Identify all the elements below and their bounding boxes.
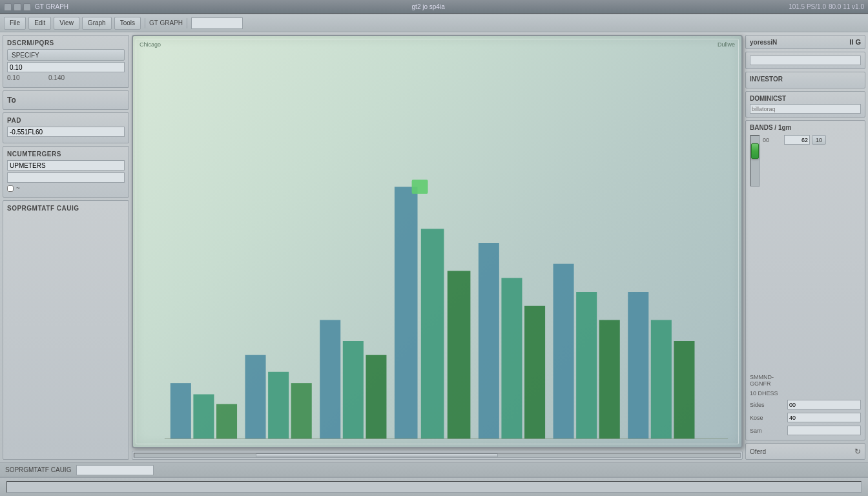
specify-button[interactable]: SPECIFY <box>7 49 125 61</box>
right-panel: yoressiN II G INVESTOR DOMINICST BANDS /… <box>743 35 865 460</box>
svg-rect-10 <box>421 229 444 439</box>
right-fields-title: BANDS / 1gm <box>750 124 861 131</box>
to-label: To <box>7 93 125 107</box>
ncum-input2[interactable] <box>7 172 125 183</box>
svg-rect-7 <box>343 341 364 439</box>
sam-input[interactable] <box>787 426 861 435</box>
right-top-input[interactable] <box>750 56 861 65</box>
scrollbar-track <box>134 453 741 458</box>
title-bar: GT GRAPH gt2 jo sp4ia 101.5 PS/1.0 80.0 … <box>0 0 868 14</box>
title-info-1: 101.5 PS/1.0 <box>789 3 826 10</box>
left-panel: DSCRM/PQRS SPECIFY 0.10 0.140 To PAD NCU… <box>3 35 132 460</box>
center-area: Chicago Dullwe <box>132 35 743 460</box>
dhess-label: 10 DHESS <box>750 390 785 397</box>
scrollbar-thumb[interactable] <box>256 453 498 457</box>
svg-rect-1 <box>193 395 214 439</box>
svg-rect-11 <box>448 271 471 439</box>
toolbar-app-title: GT GRAPH <box>149 19 183 26</box>
svg-rect-13 <box>501 278 522 439</box>
bottom-bar-inner <box>6 481 862 493</box>
toolbar-btn-file[interactable]: File <box>4 17 26 30</box>
chart-container: Chicago Dullwe <box>132 35 743 448</box>
field-label-1: 00 <box>763 137 782 143</box>
kose-label: Kose <box>750 415 785 421</box>
dscrm-input[interactable] <box>7 62 125 72</box>
left-section-dscrm-title: DSCRM/PQRS <box>7 39 125 46</box>
status-input[interactable] <box>76 465 154 475</box>
left-section-sop-title: SOPRGMTATF CAUIG <box>7 205 125 212</box>
toolbar-btn-view[interactable]: View <box>54 17 79 30</box>
title-btn-1[interactable] <box>4 3 12 11</box>
left-section-sop: SOPRGMTATF CAUIG <box>3 200 129 460</box>
field-btn-1[interactable]: 10 <box>812 135 826 145</box>
chart-scrollbar[interactable] <box>132 451 743 460</box>
left-to-section: To <box>3 90 129 110</box>
kose-row: Kose <box>750 413 861 422</box>
svg-rect-2 <box>216 404 237 439</box>
right-panel-header: yoressiN II G <box>745 35 865 49</box>
dominicst-input[interactable] <box>750 104 861 114</box>
ncum-checkbox-row: ~ <box>7 185 125 192</box>
svg-rect-0 <box>170 383 191 439</box>
kose-input[interactable] <box>787 413 861 422</box>
status-bar: SOPRGMTATF CAUIG <box>0 462 868 477</box>
right-investor-section: INVESTOR <box>745 72 865 88</box>
svg-rect-3 <box>245 355 266 439</box>
ncum-checkbox[interactable] <box>7 185 14 192</box>
svg-rect-6 <box>320 320 340 439</box>
app-container: GT GRAPH gt2 jo sp4ia 101.5 PS/1.0 80.0 … <box>0 0 868 496</box>
dscrm-extra-label2: 0.140 <box>48 74 87 81</box>
toolbar-separator-1 <box>145 18 145 28</box>
bottom-bar <box>0 477 868 496</box>
title-bar-text: GT GRAPH <box>35 3 408 10</box>
dscrm-extra-row: 0.10 0.140 <box>7 74 125 81</box>
refresh-icon[interactable]: ↻ <box>854 447 861 456</box>
chart-label-chicago: Chicago <box>140 41 161 48</box>
ncum-checkbox-label: ~ <box>16 185 20 192</box>
toolbar-search-input[interactable] <box>191 17 243 29</box>
right-dominicst-section: DOMINICST <box>745 91 865 118</box>
dhess-row: 10 DHESS <box>750 390 861 397</box>
ncum-input1[interactable] <box>7 160 125 170</box>
svg-rect-19 <box>651 320 672 439</box>
sides-input[interactable] <box>787 400 861 409</box>
title-btn-3[interactable] <box>23 3 31 11</box>
field-row-1: 00 10 <box>763 135 861 145</box>
svg-rect-15 <box>553 264 574 439</box>
svg-rect-9 <box>395 187 418 439</box>
chart-label-dullwe: Dullwe <box>718 41 735 48</box>
left-section-ncum: NCUMTERGERS ~ <box>3 146 129 198</box>
sam-label: Sam <box>750 428 785 434</box>
right-top-input-section <box>745 52 865 69</box>
status-text: SOPRGMTATF CAUIG <box>5 466 71 473</box>
smmnd-label: SMMND-GGNFR <box>750 374 785 387</box>
smmnd-row: SMMND-GGNFR <box>750 374 861 387</box>
toolbar-separator-2 <box>187 18 187 28</box>
vertical-slider-thumb[interactable] <box>751 143 759 159</box>
svg-rect-14 <box>524 306 545 439</box>
vertical-slider-track[interactable] <box>750 135 760 187</box>
svg-rect-20 <box>674 341 694 439</box>
chart-svg <box>159 46 734 439</box>
toolbar: File Edit View Graph Tools GT GRAPH <box>0 14 868 32</box>
right-panel-number: II G <box>849 38 861 46</box>
toolbar-btn-tools[interactable]: Tools <box>114 17 141 30</box>
dominicst-title: DOMINICST <box>750 95 861 102</box>
dscrm-extra-label: 0.10 <box>7 74 46 81</box>
svg-rect-5 <box>291 383 312 439</box>
title-btn-2[interactable] <box>14 3 21 11</box>
title-bar-subtitle: gt2 jo sp4ia <box>412 3 785 10</box>
toolbar-btn-graph[interactable]: Graph <box>82 17 112 30</box>
toolbar-btn-edit[interactable]: Edit <box>28 17 51 30</box>
svg-rect-21 <box>412 180 428 194</box>
sides-row: Sides <box>750 400 861 409</box>
pad-input[interactable] <box>7 127 125 137</box>
oferd-label: Oferd <box>750 448 766 455</box>
left-section-pad-title: PAD <box>7 117 125 124</box>
right-slider-section: BANDS / 1gm 00 10 <box>745 120 865 440</box>
investor-title: INVESTOR <box>750 76 861 83</box>
svg-rect-12 <box>479 243 499 439</box>
field-input-1[interactable] <box>784 135 810 145</box>
right-bottom-section: Oferd ↻ <box>745 443 865 460</box>
title-info-2: 80.0 11 v1.0 <box>829 3 864 10</box>
